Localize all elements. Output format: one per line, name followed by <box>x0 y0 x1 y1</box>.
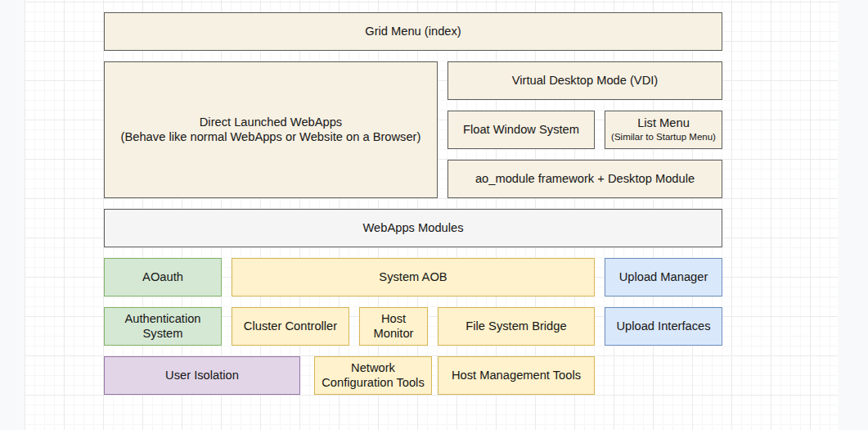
node-label: System AOB <box>379 270 447 285</box>
node-label: Grid Menu (index) <box>365 25 461 39</box>
node-label: Cluster Controller <box>244 319 337 334</box>
node-label: Float Window System <box>463 123 579 138</box>
diagram-canvas[interactable]: Grid Menu (index)Direct Launched WebApps… <box>25 0 838 430</box>
node-direct-launched-webapps[interactable]: Direct Launched WebApps(Behave like norm… <box>104 61 438 198</box>
node-list-menu[interactable]: List Menu(Similar to Startup Menu) <box>605 111 722 149</box>
node-grid-menu[interactable]: Grid Menu (index) <box>104 12 722 51</box>
node-label: WebApps Modules <box>362 221 463 236</box>
node-label: File System Bridge <box>465 319 566 334</box>
node-webapps-modules[interactable]: WebApps Modules <box>104 209 722 247</box>
node-network-configuration-tools[interactable]: NetworkConfiguration Tools <box>314 356 432 395</box>
node-label: Network <box>351 361 395 376</box>
canvas-right-margin <box>838 0 868 430</box>
node-upload-manager[interactable]: Upload Manager <box>605 258 722 296</box>
node-label: Authentication <box>124 312 200 327</box>
node-label: Host Management Tools <box>452 369 581 383</box>
canvas-left-margin <box>0 0 25 430</box>
node-host-monitor[interactable]: HostMonitor <box>359 307 428 346</box>
node-label: Virtual Desktop Mode (VDI) <box>512 74 659 88</box>
node-cluster-controller[interactable]: Cluster Controller <box>232 307 349 346</box>
node-label: Upload Interfaces <box>616 319 710 334</box>
node-label: System <box>143 327 183 342</box>
node-aoauth[interactable]: AOauth <box>104 258 222 296</box>
node-user-isolation[interactable]: User Isolation <box>104 356 300 395</box>
node-upload-interfaces[interactable]: Upload Interfaces <box>605 307 722 346</box>
node-virtual-desktop-mode[interactable]: Virtual Desktop Mode (VDI) <box>447 61 722 100</box>
node-label: ao_module framework + Desktop Module <box>475 172 695 187</box>
node-sublabel: (Similar to Startup Menu) <box>611 131 716 143</box>
diagram-viewport: Grid Menu (index)Direct Launched WebApps… <box>0 0 868 430</box>
node-float-window-system[interactable]: Float Window System <box>447 111 595 149</box>
node-label: Configuration Tools <box>322 376 424 391</box>
node-label: Monitor <box>374 327 414 342</box>
node-file-system-bridge[interactable]: File System Bridge <box>438 307 595 346</box>
node-system-aob[interactable]: System AOB <box>232 258 595 296</box>
node-label: AOauth <box>142 270 183 285</box>
node-label: Direct Launched WebApps <box>200 115 342 130</box>
node-label: List Menu <box>637 116 690 131</box>
node-label: Upload Manager <box>619 270 708 285</box>
node-label: User Isolation <box>165 369 239 383</box>
node-label: Host <box>381 312 406 327</box>
node-host-management-tools[interactable]: Host Management Tools <box>438 356 595 395</box>
node-ao-module-framework[interactable]: ao_module framework + Desktop Module <box>447 160 722 198</box>
node-authentication-system[interactable]: AuthenticationSystem <box>104 307 222 346</box>
node-label: (Behave like normal WebApps or Website o… <box>121 130 421 145</box>
